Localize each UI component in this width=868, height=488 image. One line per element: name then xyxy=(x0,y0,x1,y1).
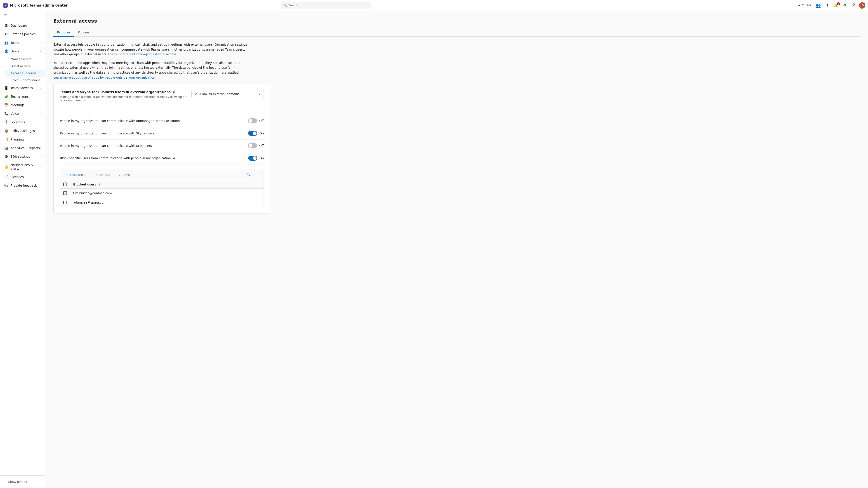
description-2: Your users can add apps when they host m… xyxy=(53,61,248,80)
sidebar-group-header-notifications-alerts[interactable]: 🔔 Notifications & alerts › xyxy=(0,161,45,173)
toggle-label-skype-users: People in my organization can communicat… xyxy=(60,131,155,135)
blocked-users-table: Blocked users ↓ tim.burt xyxy=(60,180,264,207)
sidebar-item-dashboard[interactable]: ⊞ Dashboard xyxy=(0,21,45,30)
sidebar-show-pinned-label: Show pinned xyxy=(8,480,27,484)
remove-icon: ✕ xyxy=(95,173,98,176)
sidebar-item-manage-users[interactable]: Manage users xyxy=(4,56,45,63)
settings-card: Teams and Skype for Business users in ex… xyxy=(53,84,270,214)
external-org-section-left: Teams and Skype for Business users in ex… xyxy=(60,90,186,105)
tab-policies[interactable]: Policies xyxy=(53,28,74,37)
sidebar-group-header-users[interactable]: 👤 Users ∨ xyxy=(0,47,45,56)
sidebar-group-header-analytics-reports[interactable]: 📊 Analytics & reports › xyxy=(0,144,45,152)
chevron-right-icon-meetings: › xyxy=(40,104,41,107)
sidebar-group-edu-settings: 🎓 EDU settings › xyxy=(0,152,45,161)
chevron-right-icon-teams-devices: › xyxy=(40,87,41,90)
sidebar-group-label-locations: Locations xyxy=(11,121,25,124)
add-users-label: + Add users xyxy=(70,173,85,176)
check-circle-icon: ✓ xyxy=(195,92,197,96)
sidebar-group-header-settings-policies[interactable]: ⚙ Settings policies › xyxy=(0,30,45,38)
description-1-link[interactable]: Learn more about managing external acces… xyxy=(108,53,177,56)
help-button[interactable]: ❓ xyxy=(849,2,858,8)
add-users-button[interactable]: ＋ + Add users xyxy=(63,171,88,178)
col-label-blocked-users: Blocked users xyxy=(73,183,96,186)
sidebar-group-teams-devices: 📱 Teams devices › xyxy=(0,84,45,92)
app-logo: T Microsoft Teams admin center xyxy=(3,3,68,8)
search-input[interactable] xyxy=(288,4,369,7)
tab-policies2[interactable]: Policies xyxy=(74,28,93,37)
item-count: 2 items xyxy=(119,173,130,176)
toggle-row-sms-users: People in my organization can communicat… xyxy=(60,140,264,152)
sidebar-group-meetings: 📅 Meetings › xyxy=(0,101,45,109)
download-button[interactable]: ⬇ xyxy=(824,2,831,8)
sidebar-item-show-pinned[interactable]: ··· Show pinned xyxy=(0,478,45,486)
sidebar-group-header-locations[interactable]: 📍 Locations › xyxy=(0,118,45,127)
sidebar-group-header-voice[interactable]: 📞 Voice › xyxy=(0,109,45,118)
sidebar-group-header-meetings[interactable]: 📅 Meetings › xyxy=(0,101,45,109)
sidebar-item-external-access[interactable]: External access xyxy=(4,70,45,76)
app-title: Microsoft Teams admin center xyxy=(10,3,68,7)
sidebar-group-header-edu-settings[interactable]: 🎓 EDU settings › xyxy=(0,152,45,161)
sidebar-item-guest-access[interactable]: Guest access xyxy=(4,63,45,70)
sidebar-item-roles-permissions[interactable]: Roles & permissions xyxy=(4,76,45,84)
sidebar-group-header-teams-apps[interactable]: 🧩 Teams apps › xyxy=(0,92,45,101)
row-email-1: tim.burton@contoso.com xyxy=(70,189,264,198)
toggle-row-unmanaged-teams: People in my organization can communicat… xyxy=(60,115,264,127)
search-users-button[interactable]: 🔍 xyxy=(245,172,252,177)
provide-feedback-icon: 💬 xyxy=(4,184,8,188)
chevron-right-icon-planning: › xyxy=(40,138,41,141)
description-2-link[interactable]: Learn more about use of apps by people o… xyxy=(53,76,155,79)
row-checkbox-1[interactable] xyxy=(63,191,67,195)
settings-button[interactable]: ⚙ xyxy=(841,2,848,8)
domain-dropdown-value: Allow all external domains xyxy=(199,92,240,96)
remove-button[interactable]: ✕ Remove xyxy=(93,172,112,177)
toggle-switch-unmanaged-teams[interactable] xyxy=(248,119,257,123)
sidebar-item-policy-packages[interactable]: 📦 Policy packages xyxy=(0,127,45,135)
select-all-checkbox[interactable] xyxy=(63,183,67,186)
block-specific-users-text: Block specific users from communicating … xyxy=(60,156,171,160)
sidebar-item-label-policy-packages: Policy packages xyxy=(11,129,35,133)
external-org-title-text: Teams and Skype for Business users in ex… xyxy=(60,90,170,94)
description-2-text: Your users can add apps when they host m… xyxy=(53,61,240,74)
sidebar-item-provide-feedback[interactable]: 💬 Provide feedback xyxy=(0,181,45,190)
avatar[interactable]: JD xyxy=(859,2,865,8)
sidebar: ☰ ⊞ Dashboard ⚙ Settings policies › 👥 Te… xyxy=(0,11,45,488)
sidebar-group-header-planning[interactable]: 📋 Planning › xyxy=(0,135,45,144)
chevron-right-icon-voice: › xyxy=(40,112,41,115)
more-options-button[interactable]: ··· xyxy=(254,172,260,177)
sidebar-group-label-meetings: Meetings xyxy=(11,103,24,107)
row-email-2: adam.lee@spam.com xyxy=(70,198,264,207)
search-bar[interactable]: 🔍 xyxy=(281,2,371,9)
info-icon[interactable]: ⓘ xyxy=(173,90,176,94)
sort-icon[interactable]: ↓ xyxy=(98,183,100,186)
sidebar-group-header-teams-devices[interactable]: 📱 Teams devices › xyxy=(0,84,45,92)
toggle-knob-block-specific xyxy=(253,156,256,160)
external-org-section: Teams and Skype for Business users in ex… xyxy=(60,90,264,105)
sidebar-group-header-teams[interactable]: 👥 Teams › xyxy=(0,38,45,47)
toggle-state-label-block-specific: On xyxy=(259,156,264,160)
row-checkbox-2[interactable] xyxy=(63,201,67,204)
external-org-title: Teams and Skype for Business users in ex… xyxy=(60,90,186,94)
more-options-icon: ··· xyxy=(256,173,258,176)
toggle-row-block-specific-users: Block specific users from communicating … xyxy=(60,152,264,164)
sidebar-item-licenses[interactable]: 📄 Licenses xyxy=(0,173,45,181)
toggle-switch-skype-users[interactable] xyxy=(248,131,257,136)
topnav-actions: ✦ Copilot 👥 ⬇ 🔔 1 ⚙ ❓ JD xyxy=(796,2,865,9)
download-icon: ⬇ xyxy=(826,3,829,7)
sidebar-item-label-licenses: Licenses xyxy=(11,175,24,179)
teams-icon-button[interactable]: 👥 xyxy=(814,2,823,9)
col-header-checkbox xyxy=(60,180,70,189)
sidebar-group-label-teams: Teams xyxy=(11,41,20,44)
teams-icon: 👥 xyxy=(4,41,8,45)
analytics-reports-icon: 📊 xyxy=(4,146,8,150)
sidebar-group-planning: 📋 Planning › xyxy=(0,135,45,144)
domain-dropdown[interactable]: ✓ Allow all external domains ∨ xyxy=(191,90,264,98)
tab-policies-label: Policies xyxy=(57,31,70,34)
toggle-right-skype-users: On xyxy=(248,131,264,136)
toggle-switch-sms-users[interactable] xyxy=(248,143,257,148)
search-icon: 🔍 xyxy=(283,4,287,7)
copilot-button[interactable]: ✦ Copilot xyxy=(796,2,813,8)
toggle-switch-block-specific-users[interactable] xyxy=(248,156,257,161)
sidebar-toggle-button[interactable]: ☰ xyxy=(0,11,45,21)
notification-button[interactable]: 🔔 1 xyxy=(832,2,840,8)
planning-icon: 📋 xyxy=(4,137,8,141)
